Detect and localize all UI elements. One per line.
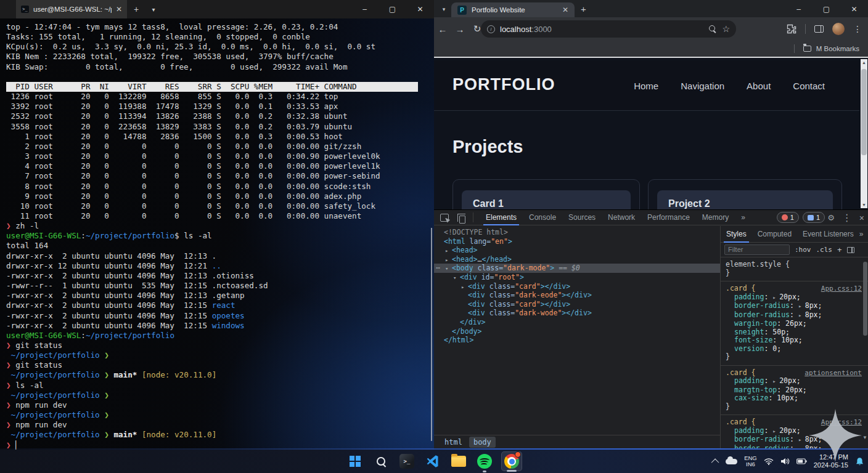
style-declaration[interactable]: margtn-top: 20px; bbox=[726, 386, 863, 395]
bookmarks-label[interactable]: M Bookmarks bbox=[816, 45, 859, 52]
browser-menu-icon[interactable]: ⋮ bbox=[853, 24, 862, 34]
tab-sources[interactable]: Sources bbox=[562, 210, 602, 225]
minimize-button[interactable]: – bbox=[785, 0, 813, 18]
collapse-icon[interactable]: ▾ bbox=[445, 264, 448, 273]
cls-toggle[interactable]: .cls bbox=[816, 246, 833, 254]
scroll-down-icon[interactable]: ▼ bbox=[861, 201, 867, 208]
tab-performance[interactable]: Performance bbox=[641, 210, 696, 225]
devtools-menu-icon[interactable]: ⋮ bbox=[842, 212, 852, 224]
nav-navigation[interactable]: Navigation bbox=[681, 81, 724, 91]
style-declaration[interactable]: wargin-top: 26px; bbox=[726, 320, 863, 328]
tab-elements[interactable]: Elements bbox=[480, 210, 523, 225]
extensions-icon[interactable] bbox=[787, 24, 796, 34]
hidden-icons-chevron[interactable] bbox=[711, 458, 719, 466]
search-icon[interactable] bbox=[708, 25, 717, 33]
style-declaration[interactable]: version: 0; bbox=[726, 345, 863, 354]
scrollbar-thumb[interactable] bbox=[861, 69, 867, 155]
dom-line[interactable]: ▸<head>…</head> bbox=[434, 255, 720, 264]
styles-scrollbar[interactable]: ▼ bbox=[862, 245, 867, 448]
close-button[interactable]: ✕ bbox=[406, 0, 434, 18]
site-logo[interactable]: PORTFOLIO bbox=[452, 75, 555, 94]
expand-icon[interactable]: ▸ bbox=[772, 378, 779, 384]
tab-event-listeners[interactable]: Event Listeners bbox=[797, 226, 859, 243]
address-bar[interactable]: i localhost:3000 ☆ bbox=[481, 20, 736, 38]
tab-console[interactable]: Console bbox=[523, 210, 562, 225]
nav-home[interactable]: Home bbox=[634, 81, 658, 91]
rule-selector[interactable]: .card { bbox=[726, 418, 755, 426]
browser-tab[interactable]: P Portfolio Website ✕ bbox=[451, 2, 575, 17]
taskbar-spotify-button[interactable] bbox=[475, 451, 494, 471]
more-actions-icon[interactable]: ⋯ bbox=[436, 264, 440, 273]
scroll-down-icon[interactable]: ▼ bbox=[862, 435, 867, 440]
dom-tree[interactable]: <!DOCTYPE html><html lang="en">▸<head>▸<… bbox=[434, 226, 720, 435]
start-button[interactable] bbox=[346, 451, 364, 471]
close-button[interactable]: ✕ bbox=[840, 0, 868, 18]
style-declaration[interactable]: cax-size: 10px; bbox=[726, 394, 863, 403]
chevron-down-icon[interactable]: ▾ bbox=[145, 0, 162, 18]
scrollbar-thumb[interactable] bbox=[863, 262, 867, 336]
terminal-scrollbar[interactable] bbox=[431, 228, 432, 441]
taskbar-explorer-button[interactable] bbox=[449, 451, 468, 471]
tab-search-chevron-icon[interactable]: ▾ bbox=[439, 4, 449, 14]
side-panel-icon[interactable] bbox=[814, 25, 824, 33]
bookmark-star-icon[interactable]: ☆ bbox=[722, 24, 730, 34]
dom-line[interactable]: <html lang="en"> bbox=[434, 237, 720, 246]
taskbar-chrome-button[interactable] bbox=[501, 451, 522, 471]
style-declaration[interactable]: padding: ▸ 20px; bbox=[726, 377, 863, 386]
style-declaration[interactable]: border-radius: ▸ 8px; bbox=[726, 302, 863, 311]
maximize-button[interactable]: ▢ bbox=[813, 0, 840, 18]
dom-line[interactable]: <div class="card"></div> bbox=[434, 300, 720, 309]
project-card[interactable]: Card 1 bbox=[452, 179, 640, 209]
style-declaration[interactable]: padding: ▸ 20px; bbox=[726, 293, 863, 302]
wifi-icon[interactable] bbox=[764, 458, 774, 465]
breadcrumb-body[interactable]: body bbox=[469, 437, 496, 448]
battery-icon[interactable] bbox=[796, 458, 807, 464]
devtools-close-icon[interactable]: × bbox=[859, 213, 864, 223]
element-style-block[interactable]: element.style {} bbox=[721, 257, 868, 281]
dom-line[interactable]: ▾<div id="root"> bbox=[434, 273, 720, 282]
stylesheet-link[interactable]: aptionsentiont bbox=[805, 369, 862, 378]
expand-icon[interactable]: ▸ bbox=[461, 283, 464, 292]
expand-icon[interactable]: ▸ bbox=[772, 428, 779, 434]
hov-toggle[interactable]: :hov bbox=[795, 246, 811, 254]
tab-network[interactable]: Network bbox=[602, 210, 641, 225]
settings-gear-icon[interactable]: ⚙ bbox=[827, 213, 835, 222]
minimize-button[interactable]: – bbox=[351, 0, 379, 18]
expand-icon[interactable]: ▸ bbox=[798, 303, 805, 309]
style-declaration[interactable]: font-size: 10px; bbox=[726, 336, 863, 345]
tab-styles[interactable]: Styles bbox=[721, 226, 752, 243]
scroll-up-icon[interactable]: ▲ bbox=[861, 59, 867, 66]
forward-button[interactable]: → bbox=[451, 24, 469, 34]
dom-line[interactable]: <!DOCTYPE html> bbox=[434, 228, 720, 237]
dom-line[interactable]: ▸<div class="card"></div> bbox=[434, 282, 720, 291]
folder-icon[interactable] bbox=[803, 46, 811, 52]
more-tabs-icon[interactable]: » bbox=[859, 230, 868, 238]
nav-contact[interactable]: Contact bbox=[793, 81, 825, 91]
expand-icon[interactable]: ▸ bbox=[798, 437, 805, 443]
new-tab-button[interactable]: + bbox=[581, 4, 586, 14]
new-style-rule-button[interactable]: + bbox=[837, 245, 842, 254]
nav-about[interactable]: About bbox=[747, 81, 771, 91]
dom-line[interactable]: </div> bbox=[434, 318, 720, 327]
taskbar-search-button[interactable] bbox=[372, 451, 390, 471]
dom-line[interactable]: <div class="dark-eode"></div> bbox=[434, 291, 720, 300]
project-card[interactable]: Project 2 bbox=[648, 179, 842, 209]
rule-selector[interactable]: .card { bbox=[726, 368, 755, 377]
tab-computed[interactable]: Computed bbox=[752, 226, 797, 243]
profile-avatar[interactable] bbox=[832, 23, 845, 35]
volume-icon[interactable] bbox=[780, 458, 790, 465]
stylesheet-link[interactable]: App.css:12 bbox=[821, 285, 862, 293]
style-declaration[interactable]: border-radius: ▸ 8px; bbox=[726, 311, 863, 320]
filter-input[interactable]: Filter bbox=[724, 245, 790, 255]
styles-panel-icon[interactable] bbox=[847, 247, 854, 253]
close-icon[interactable]: ✕ bbox=[562, 6, 568, 14]
error-badge[interactable]: 1 bbox=[777, 212, 799, 223]
expand-icon[interactable]: ▸ bbox=[445, 246, 448, 256]
issues-badge[interactable]: 1 bbox=[803, 212, 825, 223]
style-rule[interactable]: App.css:12.card {padding: ▸ 20px;border-… bbox=[721, 281, 868, 366]
breadcrumb-html[interactable]: html bbox=[440, 437, 467, 448]
onedrive-cloud-icon[interactable] bbox=[726, 459, 737, 464]
terminal-output[interactable]: top - 12:47:04 - tym mays 12 tass8, lova… bbox=[0, 18, 434, 450]
close-icon[interactable]: ✕ bbox=[116, 5, 122, 14]
expand-icon[interactable]: ▸ bbox=[772, 294, 779, 301]
